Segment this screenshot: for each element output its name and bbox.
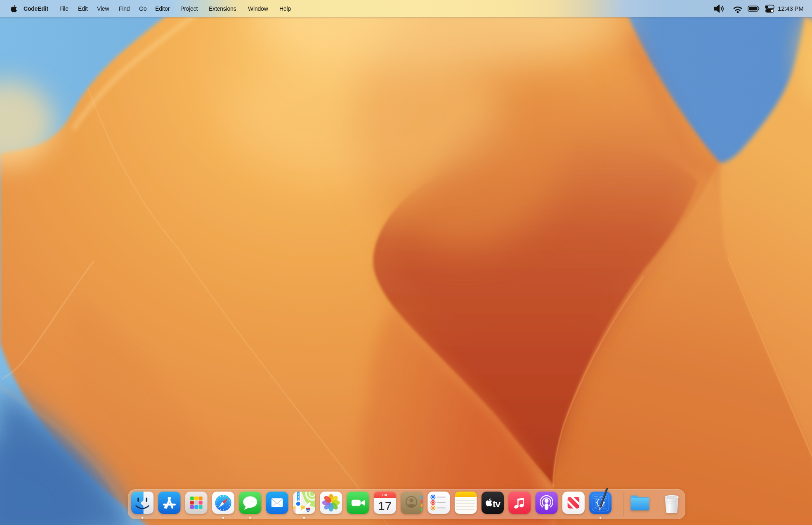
svg-text:280: 280	[307, 509, 310, 511]
svg-text:JUL: JUL	[382, 493, 388, 497]
svg-text:17: 17	[378, 499, 392, 513]
svg-text:tv: tv	[493, 499, 501, 509]
